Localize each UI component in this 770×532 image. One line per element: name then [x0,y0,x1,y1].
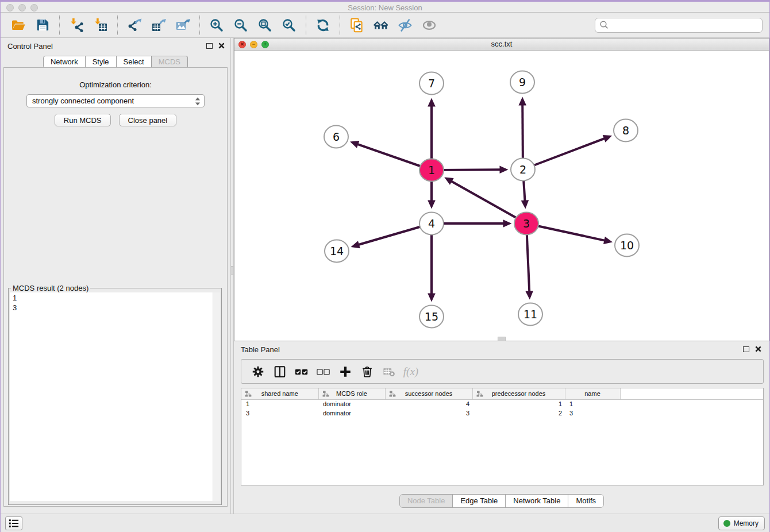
criterion-dropdown[interactable]: strongly connected component [26,94,205,107]
cell[interactable]: 4 [385,399,472,408]
application-window: Session: New Session [0,0,770,532]
cell[interactable]: 3 [385,408,472,418]
zoom-selected-icon[interactable] [280,16,298,35]
network-view-window: ✕ − + scc.txt 7968124314101511 [234,38,769,341]
search-input[interactable] [609,21,758,29]
close-panel-icon[interactable] [218,43,225,49]
show-graphics-details-icon[interactable] [420,16,438,35]
graph-edge-2-8[interactable] [523,138,605,169]
optimization-criterion-label: Optimization criterion: [4,80,227,89]
show-all-columns-icon[interactable] [291,361,313,382]
import-network-icon[interactable] [67,16,86,35]
tab-select[interactable]: Select [117,56,152,68]
network-window-title: scc.txt [234,38,769,50]
delete-row-icon[interactable] [356,361,378,382]
export-table-icon[interactable] [149,16,168,35]
column-header-successor-nodes[interactable]: successor nodes [385,388,472,399]
table-row[interactable]: 1dominator411 [241,399,763,408]
search-icon [599,20,609,30]
open-file-icon[interactable] [9,16,28,35]
search-box[interactable] [595,18,763,33]
delete-table-icon[interactable] [378,361,400,382]
float-table-panel-icon[interactable] [743,346,749,352]
table-settings-icon[interactable] [247,361,269,382]
tab-style[interactable]: Style [86,56,117,68]
tab-network-table[interactable]: Network Table [506,495,568,507]
empty-header [620,388,763,399]
column-header-name[interactable]: name [565,388,620,399]
graph-node-label: 4 [428,217,435,230]
result-scrollbar[interactable] [213,292,220,501]
tab-node-table[interactable]: Node Table [400,495,453,507]
network-close-button[interactable]: ✕ [238,41,246,48]
graph-edge-arrowhead [499,165,508,174]
main-area: Control Panel Network Style Select MCDS … [1,38,769,514]
toolbar-separator [117,16,118,35]
criterion-dropdown-value: strongly connected component [32,97,134,105]
zoom-fit-icon[interactable] [256,16,274,35]
column-header-shared-name[interactable]: shared name [241,388,318,399]
graph-node-label: 14 [330,245,344,257]
column-header-mcds-role[interactable]: MCDS role [318,388,385,399]
cell[interactable]: 1 [472,399,565,408]
fx-label: f(x) [403,365,418,378]
toolbar-separator [340,16,340,35]
column-type-icon [245,391,252,398]
function-builder-icon[interactable]: f(x) [400,361,422,382]
select-columns-icon[interactable] [269,361,291,382]
table-panel: Table Panel [234,341,769,514]
table-row[interactable]: 3dominator323 [241,408,763,418]
cell[interactable]: 1 [565,399,620,408]
column-header-predecessor-nodes[interactable]: predecessor nodes [472,388,565,399]
hide-graphics-details-icon[interactable] [396,16,414,35]
memory-label: Memory [734,519,759,527]
zoom-out-icon[interactable] [232,16,250,35]
tab-network[interactable]: Network [43,56,86,68]
graph-node-label: 6 [333,130,340,143]
save-session-icon[interactable] [33,16,52,35]
tab-edge-table[interactable]: Edge Table [453,495,506,507]
graph-node-label: 2 [519,163,526,176]
show-hide-panels-icon[interactable] [372,16,390,35]
cell[interactable]: 2 [472,408,565,418]
cell[interactable]: 1 [241,399,318,408]
export-image-icon[interactable] [174,16,192,35]
tab-mcds[interactable]: MCDS [152,56,188,68]
node-table-header-row: shared nameMCDS rolesuccessor nodesprede… [241,388,763,399]
import-table-icon[interactable] [91,16,110,35]
task-history-icon[interactable] [5,516,22,530]
tab-motifs[interactable]: Motifs [568,495,603,507]
close-table-panel-icon[interactable] [755,346,761,352]
workspace: ✕ − + scc.txt 7968124314101511 Table Pan… [234,38,769,514]
control-panel: Control Panel Network Style Select MCDS … [1,38,230,514]
splitter-grip[interactable] [231,266,233,275]
status-bar: Memory [1,514,769,532]
close-panel-button[interactable]: Close panel [119,114,177,126]
mcds-result-group: MCDS result (2 nodes) 13 [8,284,222,505]
float-panel-icon[interactable] [206,43,213,49]
cell[interactable]: dominator [318,399,385,408]
graph-node-label: 9 [519,76,526,88]
add-row-icon[interactable] [334,361,356,382]
network-minimize-button[interactable]: − [250,41,257,48]
hide-all-columns-icon[interactable] [313,361,334,382]
zoom-in-icon[interactable] [207,16,226,35]
new-network-from-selection-icon[interactable] [348,16,366,35]
mcds-result-text[interactable]: 13 [10,292,220,501]
cell-empty [620,399,763,408]
export-network-icon[interactable] [125,16,144,35]
network-graph[interactable]: 7968124314101511 [234,51,769,340]
refresh-icon[interactable] [314,16,332,35]
node-table[interactable]: shared nameMCDS rolesuccessor nodesprede… [241,388,764,485]
network-resize-grip[interactable] [498,337,506,341]
graph-edge-arrowhead [603,135,612,142]
cell[interactable]: 3 [241,408,318,418]
result-line: 3 [13,303,211,313]
cell[interactable]: dominator [318,408,385,418]
graph-edge-3-1[interactable] [451,181,526,223]
cell[interactable]: 3 [565,408,620,418]
memory-button[interactable]: Memory [718,516,765,530]
network-maximize-button[interactable]: + [261,41,269,48]
run-mcds-button[interactable]: Run MCDS [55,114,111,126]
graph-node-label: 10 [620,239,634,252]
